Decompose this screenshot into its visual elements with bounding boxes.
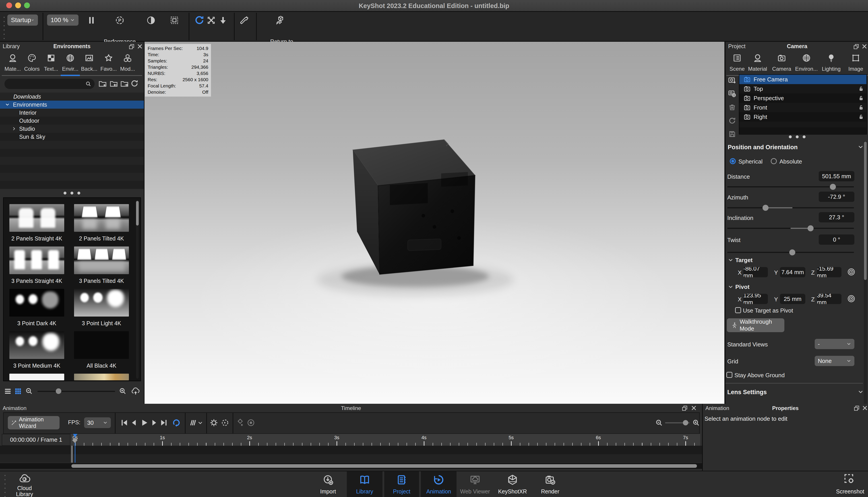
azimuth-value[interactable]: -72.9 ° [819,191,854,202]
performance-mode-icon[interactable]: P [115,15,125,25]
tools-icon[interactable] [240,15,249,25]
target-y-value[interactable]: 7.64 mm [780,267,805,277]
tab-image[interactable]: Image [844,53,867,74]
pause-icon[interactable] [87,15,96,25]
tab-favorites[interactable]: Favo... [99,53,118,74]
close-panel-icon[interactable] [862,43,867,49]
tab-camera[interactable]: Camera [770,53,793,74]
return-link-icon[interactable] [275,15,285,25]
camera-row-free-camera[interactable]: Free Camera [739,75,866,84]
timeline-zoom-slider[interactable] [665,422,690,423]
chevron-down-icon[interactable] [197,420,203,426]
chevron-right-icon[interactable] [12,126,16,131]
spherical-radio[interactable] [730,158,736,164]
dock-item-keyshotxr[interactable]: KeyShotXR [495,471,530,497]
thumbnail-image[interactable] [74,331,129,359]
target-z-value[interactable]: -15.69 mm [817,267,841,277]
slider-thumb[interactable] [763,205,768,211]
chevron-down-icon[interactable] [728,284,734,290]
thumbnail-image[interactable] [9,374,64,380]
position-orientation-header[interactable]: Position and Orientation [728,144,798,151]
panel-scrollbar-thumb[interactable] [864,142,867,280]
next-frame-icon[interactable] [149,418,158,427]
undock-panel-icon[interactable] [129,43,135,50]
library-search-input[interactable] [4,79,95,89]
previous-frame-icon[interactable] [130,418,139,427]
thumbnail-image[interactable] [9,289,64,316]
timeline-ruler[interactable]: 0s 1s 2s 3s 4s 5s 6s 7s [71,434,700,446]
camera-row-top[interactable]: Top [739,84,866,94]
settings-gear-icon[interactable] [209,418,218,427]
thumbnail-scrollbar-track[interactable] [136,200,139,379]
preview-cycle-icon[interactable] [220,418,230,427]
slider-thumb[interactable] [808,225,814,231]
panel-scrollbar-track[interactable] [864,141,867,404]
pivot-header[interactable]: Pivot [735,284,750,290]
refresh-icon[interactable] [130,79,139,88]
tree-item-environments[interactable]: Environments [0,101,144,109]
tab-materials[interactable]: Mate... [3,53,22,74]
add-keyframe-icon[interactable] [236,418,245,427]
chevron-down-icon[interactable] [728,257,734,263]
inclination-value[interactable]: 27.3 ° [819,212,854,223]
thumbnail-image[interactable] [74,204,129,232]
thumbnail-image[interactable] [9,331,64,359]
pan-icon[interactable] [206,15,216,25]
zoom-in-icon[interactable] [119,387,127,395]
import-folder-icon[interactable] [109,79,118,88]
tab-colors[interactable]: Colors [22,53,42,74]
cpu-usage-dropdown[interactable]: 100 % [47,14,78,26]
timeline-zoom-out-icon[interactable] [655,419,663,427]
dock-item-project[interactable]: Project [384,471,419,497]
pivot-z-value[interactable]: 39.54 mm [817,294,841,304]
walkthrough-mode-button[interactable]: Walkthrough Mode [727,318,784,332]
thumbnail-image[interactable] [9,204,64,232]
add-multi-camera-icon[interactable] [728,89,737,98]
timeline-track[interactable] [0,454,702,463]
lens-settings-header[interactable]: Lens Settings [727,389,767,396]
stay-above-ground-checkbox[interactable] [726,372,733,378]
add-camera-icon[interactable] [728,76,737,85]
tab-environments[interactable]: Envir... [61,53,80,74]
pivot-y-value[interactable]: 25 mm [780,294,805,304]
lock-icon[interactable] [858,114,864,120]
tree-item-sun-sky[interactable]: Sun & Sky [0,133,144,141]
dock-item-animation[interactable]: Animation [421,471,457,497]
viewport[interactable]: Frames Per Sec:104.9 Time:3s Samples:24 … [145,42,724,404]
standard-views-dropdown[interactable]: - [815,339,854,349]
splitter-handle[interactable] [0,191,144,195]
thumbnail-image[interactable] [74,289,129,316]
thumbnail-image[interactable] [9,246,64,274]
pick-target-icon[interactable] [847,268,856,276]
close-panel-icon[interactable] [691,405,697,411]
cloud-upload-icon[interactable] [131,386,141,396]
distance-value[interactable]: 501.55 mm [819,171,854,181]
undock-panel-icon[interactable] [853,43,859,50]
slider-thumb[interactable] [789,250,795,255]
animation-wizard-button[interactable]: Animation Wizard [8,416,60,429]
lock-icon[interactable] [858,95,864,101]
azimuth-slider[interactable] [727,207,854,208]
undock-panel-icon[interactable] [854,405,860,411]
camera-row-front[interactable]: Front [739,103,866,112]
camera-row-right[interactable]: Right [739,112,866,122]
pick-pivot-icon[interactable] [847,294,856,303]
timeline-start-marker[interactable] [71,446,73,463]
workspaces-dropdown[interactable]: Startup [8,14,38,26]
timeline-track[interactable] [0,446,702,454]
pivot-x-value[interactable]: 123.95 mm [743,294,768,304]
keyframe-ramp-icon[interactable] [188,418,197,427]
loop-playback-icon[interactable] [172,418,181,428]
playhead-triangle[interactable] [73,434,77,437]
dock-item-screenshot[interactable]: Screenshot [834,471,868,497]
thumbnail-image[interactable] [74,246,129,274]
scene-cube-model[interactable] [145,42,724,404]
list-view-icon[interactable] [3,387,12,396]
timeline-scrollbar-track[interactable] [0,463,702,469]
inclination-slider[interactable] [727,228,854,229]
dock-item-render[interactable]: Render [534,471,567,497]
lock-icon[interactable] [858,104,864,111]
slider-thumb[interactable] [683,420,688,425]
distance-slider[interactable] [727,186,854,187]
tab-models[interactable]: Mod... [118,53,137,74]
